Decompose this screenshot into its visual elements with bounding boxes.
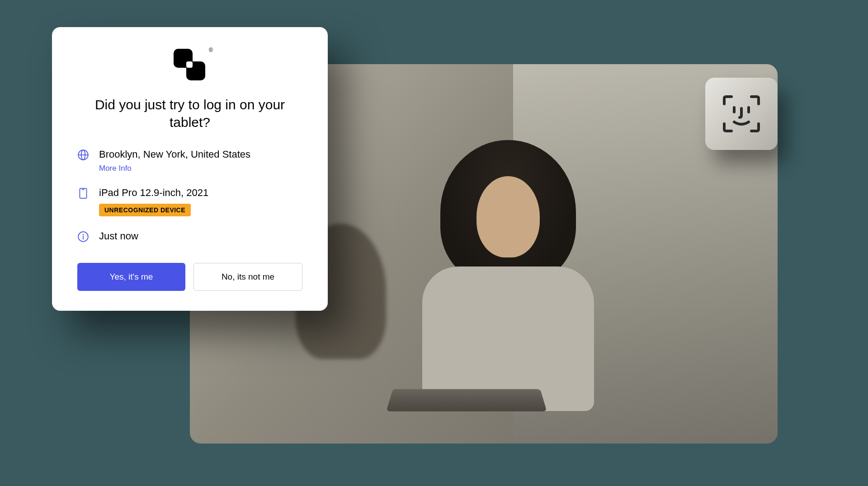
- login-verification-card: ® Did you just try to log in on your tab…: [52, 27, 328, 311]
- action-buttons: Yes, it's me No, its not me: [77, 263, 302, 291]
- location-row: Brooklyn, New York, United States More I…: [77, 148, 302, 173]
- location-text: Brooklyn, New York, United States: [99, 148, 302, 161]
- confirm-button[interactable]: Yes, it's me: [77, 263, 185, 291]
- card-heading: Did you just try to log in on your table…: [77, 96, 302, 131]
- photo-person: [413, 140, 603, 411]
- svg-point-8: [83, 234, 84, 236]
- device-text: iPad Pro 12.9-inch, 2021: [99, 187, 302, 200]
- info-icon: [77, 231, 89, 243]
- photo-tablet: [386, 389, 547, 411]
- time-row: Just now: [77, 230, 302, 243]
- deny-button[interactable]: No, its not me: [193, 263, 302, 291]
- time-text: Just now: [99, 230, 302, 243]
- device-row: iPad Pro 12.9-inch, 2021 UNRECOGNIZED DE…: [77, 187, 302, 217]
- faceid-icon: [719, 91, 764, 136]
- faceid-badge: [705, 78, 778, 150]
- brand-logo: ®: [77, 49, 302, 83]
- globe-icon: [77, 149, 89, 161]
- unrecognized-device-badge: UNRECOGNIZED DEVICE: [99, 204, 191, 216]
- more-info-link[interactable]: More Info: [99, 164, 132, 173]
- tablet-icon: [77, 187, 89, 199]
- trademark-symbol: ®: [209, 47, 213, 53]
